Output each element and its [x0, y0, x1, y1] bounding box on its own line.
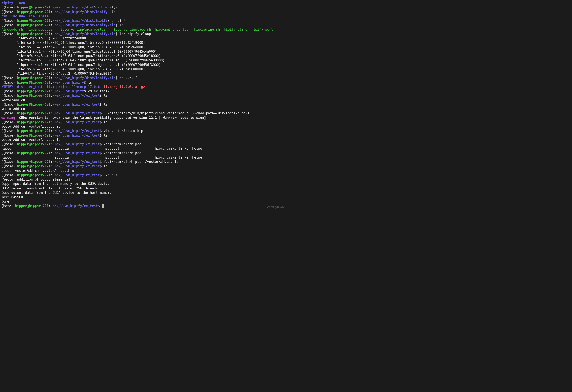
user-host: hipper@hipper-G21 [17, 5, 50, 9]
dir-entry: bin [1, 14, 7, 18]
command: ls [104, 120, 108, 124]
cwd: ~/ex_llvm_hipify/dist [52, 5, 94, 9]
command: cd ex_test/ [88, 89, 110, 93]
command: ls [104, 94, 108, 98]
program-output: Copy input data from the host memory to … [1, 182, 110, 186]
env: (base) [3, 151, 15, 155]
command: ls [104, 134, 108, 137]
user-host: hipper@hipper-G21 [17, 151, 50, 155]
user-host: hipper@hipper-G21 [17, 103, 50, 106]
env: (base) [3, 19, 15, 23]
completion-row: hipcc hipcc.bin hipcc.pl hipcc_cmake_lin… [1, 155, 204, 159]
file-list: vectorAdd.cu vectorAdd.cu.hip [1, 125, 60, 128]
env: (base) [3, 160, 15, 164]
completion-row: hipcc hipcc.bin hipcc.pl hipcc_cmake_lin… [1, 147, 204, 151]
ldd-line: libc.so.6 => /lib/x86_64-linux-gnu/libc.… [17, 67, 145, 71]
env: (base) [3, 142, 15, 146]
file-entry: vectorAdd.cu [1, 107, 25, 111]
user-host: hipper@hipper-G21 [17, 89, 50, 93]
program-output: [Vector addition of 50000 elements] [1, 178, 70, 181]
user-host: hipper@hipper-G21 [17, 129, 50, 133]
exec-entry: hipconvertinplace.sh [111, 28, 151, 31]
cwd: ~/ex_llvm_hipify/ex_test [52, 103, 100, 106]
command: ls [104, 103, 108, 106]
dir-entry: HIPIFY [1, 85, 13, 89]
cwd: ~/ex_llvm_hipify/ex_test [52, 164, 100, 168]
cwd: ~/ex_llvm_hipify/dist/hipify/bin [52, 23, 115, 27]
cursor-icon [102, 204, 104, 208]
exec-entry: hipexamine-perl.sh [155, 28, 190, 31]
user-host: hipper@hipper-G21 [17, 164, 50, 168]
command: ./a.out [104, 173, 117, 177]
ldd-line: libm.so.6 => /lib/x86_64-linux-gnu/libm.… [17, 41, 145, 45]
program-output: Copy output data from the CUDA device to… [1, 191, 111, 195]
dir-entry: include [11, 14, 25, 18]
env: (base) [3, 10, 15, 14]
command: vim vectorAdd.cu.hip [104, 129, 143, 133]
file-entry: vectorAdd.cu [1, 98, 25, 102]
cwd: ~/ex_llvm_hipify/dist/hipify [52, 10, 108, 14]
exec-entry: hipexamine.sh [194, 28, 220, 31]
user-host: hipper@hipper-G21 [15, 204, 49, 208]
command: ldd hipify-clang [119, 32, 151, 36]
file-list: vectorAdd.cu vectorAdd.cu.hip [15, 169, 74, 173]
cwd: ~/ex_llvm_hipify/ex_test [52, 111, 100, 115]
env: (base) [3, 76, 15, 80]
cwd: ~/ex_llvm_hipify/ex_test [52, 120, 100, 124]
env: (base) [1, 204, 13, 208]
command: /opt/rocm/bin/hipcc ./vectorAdd.cu.hip [104, 160, 178, 164]
program-output: Done [1, 199, 9, 203]
ldd-line: libtinfo.so.6 => /lib/x86_64-linux-gnu/l… [17, 54, 161, 58]
ldd-line: /lib64/ld-linux-x86-64.so.2 (0x00007f9d4… [17, 72, 111, 75]
command: /opt/rocm/bin/hipcc [104, 142, 141, 146]
cwd: ~/ex_llvm_hipify/dist/hipify/bin [52, 32, 115, 36]
env: (base) [3, 120, 15, 124]
env: (base) [3, 23, 15, 27]
dir-entry: dist [17, 85, 25, 89]
exec-entry: finduncodep.sh [27, 28, 54, 31]
env: (base) [3, 173, 15, 177]
dir-entry: share [39, 14, 49, 18]
ldd-line: libzstd.so.1 => /lib/x86_64-linux-gnu/li… [17, 50, 157, 54]
cwd: ~/ex_llvm_hipify/ex_test [52, 173, 100, 177]
user-host: hipper@hipper-G21 [17, 19, 50, 23]
command: cd bin/ [111, 19, 125, 23]
env: (base) [3, 32, 15, 36]
cwd: ~/ex_llvm_hipify/ex_test [52, 142, 100, 146]
exec-entry: a.out [1, 169, 11, 173]
terminal-output[interactable]: hipify local [(base) hipper@hipper-G21:~… [0, 0, 286, 210]
user-host: hipper@hipper-G21 [17, 23, 50, 27]
command: /opt/rocm/bin/hipcc [104, 151, 141, 155]
ldd-line: linux-vdso.so.1 (0x00007fff0ffed000) [17, 36, 88, 40]
env: (base) [3, 89, 15, 93]
command: ls [88, 81, 92, 85]
ldd-line: libz.so.1 => /lib/x86_64-linux-gnu/libz.… [17, 45, 145, 49]
user-host: hipper@hipper-G21 [17, 142, 50, 146]
exec-entry: hipconvertinplace-perl.sh [58, 28, 108, 31]
command: ls [104, 164, 108, 168]
user-host: hipper@hipper-G21 [17, 134, 50, 137]
command: ls [111, 10, 115, 14]
user-host: hipper@hipper-G21 [17, 32, 50, 36]
exec-entry: hipify-perl [251, 28, 273, 31]
file-list: vectorAdd.cu vectorAdd.cu.hip [1, 138, 60, 142]
cwd: ~/ex_llvm_hipify [52, 81, 84, 85]
user-host: hipper@hipper-G21 [17, 94, 50, 98]
user-host: hipper@hipper-G21 [17, 81, 50, 85]
dir-entry: lib [29, 14, 35, 18]
user-host: hipper@hipper-G21 [17, 76, 50, 80]
env: (base) [3, 134, 15, 137]
command: cd hipify/ [98, 5, 117, 9]
command: ls [119, 23, 123, 27]
cwd: ~/ex_llvm_hipify/ex_test [52, 134, 100, 137]
dir-entry: hipify [1, 1, 13, 5]
user-host: hipper@hipper-G21 [17, 111, 50, 115]
exec-entry: findcode.sh [1, 28, 23, 31]
ldd-line: libstdc++.so.6 => /lib/x86_64-linux-gnu/… [17, 58, 165, 62]
archive-entry: llvmorg-17.0.6.tar.gz [104, 85, 145, 89]
command: cd ../../.. [119, 76, 141, 80]
user-host: hipper@hipper-G21 [17, 10, 50, 14]
cwd: ~/ex_llvm_hipify/ex_test [52, 151, 100, 155]
env: (base) [3, 94, 15, 98]
exec-entry: hipify-clang [224, 28, 247, 31]
